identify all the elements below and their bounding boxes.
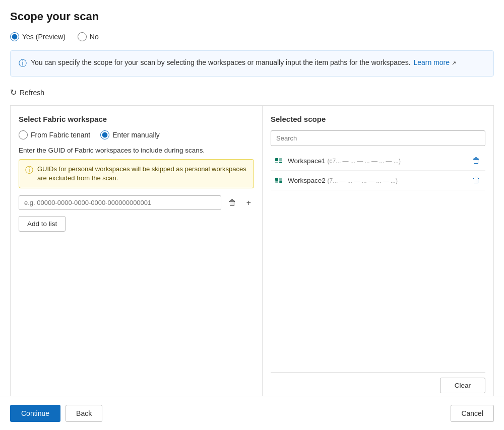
left-panel-title: Select Fabric workspace <box>19 115 254 123</box>
no-label: No <box>90 33 99 41</box>
right-panel: Selected scope Workspace1 (c7... <box>263 106 493 402</box>
plus-icon: + <box>246 198 251 207</box>
svg-rect-7 <box>279 181 282 183</box>
left-panel: Select Fabric workspace From Fabric tena… <box>11 106 263 402</box>
no-option[interactable]: No <box>78 32 99 41</box>
refresh-icon: ↻ <box>10 88 17 97</box>
scope-radio-group: Yes (Preview) No <box>10 32 494 41</box>
guid-input-row: 🗑 + <box>19 195 254 210</box>
search-input[interactable] <box>271 130 485 146</box>
external-link-icon: ↗ <box>452 60 456 66</box>
add-to-list-button[interactable]: Add to list <box>19 216 66 232</box>
yes-preview-option[interactable]: Yes (Preview) <box>10 32 66 41</box>
svg-rect-0 <box>275 158 278 161</box>
learn-more-link[interactable]: Learn more <box>413 58 450 66</box>
guid-input[interactable] <box>19 195 221 210</box>
workspace-icon-1 <box>274 156 284 166</box>
info-text: You can specify the scope for your scan … <box>31 58 456 68</box>
svg-rect-3 <box>279 162 282 163</box>
workspace-1-name: Workspace1 (c7... — ... — ... — ... — ..… <box>288 157 466 165</box>
enter-manually-radio[interactable] <box>100 130 109 139</box>
yes-radio[interactable] <box>10 32 19 41</box>
warning-icon: ⓘ <box>25 165 33 176</box>
refresh-label: Refresh <box>20 89 44 97</box>
footer-left: Continue Back <box>10 405 102 422</box>
workspace-2-name: Workspace2 (7... — ... — ... — ... — ...… <box>288 177 466 184</box>
clear-button[interactable]: Clear <box>440 378 485 393</box>
delete-workspace-1-button[interactable]: 🗑 <box>470 155 482 166</box>
clear-btn-row: Clear <box>271 372 485 393</box>
yes-label: Yes (Preview) <box>22 33 66 41</box>
guid-instruction: Enter the GUID of Fabric workspaces to i… <box>19 147 254 154</box>
info-icon: ⓘ <box>19 58 27 69</box>
svg-rect-6 <box>275 181 278 183</box>
svg-rect-1 <box>279 158 282 161</box>
warning-box: ⓘ GUIDs for personal workspaces will be … <box>19 159 254 188</box>
from-tenant-radio[interactable] <box>19 130 28 139</box>
add-guid-button[interactable]: + <box>243 196 254 209</box>
enter-manually-option[interactable]: Enter manually <box>100 130 159 139</box>
page-title: Scope your scan <box>10 10 494 23</box>
workspace-radio-group: From Fabric tenant Enter manually <box>19 130 254 139</box>
no-radio[interactable] <box>78 32 87 41</box>
workspace-list: Workspace1 (c7... — ... — ... — ... — ..… <box>271 151 485 372</box>
workspace-item: Workspace1 (c7... — ... — ... — ... — ..… <box>271 151 485 171</box>
workspace-item: Workspace2 (7... — ... — ... — ... — ...… <box>271 171 485 190</box>
info-box: ⓘ You can specify the scope for your sca… <box>10 50 494 77</box>
continue-button[interactable]: Continue <box>10 405 60 422</box>
from-tenant-option[interactable]: From Fabric tenant <box>19 130 90 139</box>
svg-rect-2 <box>275 162 278 163</box>
svg-rect-4 <box>275 178 278 181</box>
delete-workspace-2-button[interactable]: 🗑 <box>470 175 482 186</box>
workspace-icon-2 <box>274 175 284 185</box>
main-panel: Select Fabric workspace From Fabric tena… <box>10 106 494 403</box>
footer: Continue Back Cancel <box>0 396 504 430</box>
delete-guid-button[interactable]: 🗑 <box>225 196 239 209</box>
refresh-button[interactable]: ↻ Refresh <box>10 86 44 99</box>
right-panel-title: Selected scope <box>271 115 485 123</box>
back-button[interactable]: Back <box>66 405 102 422</box>
from-tenant-label: From Fabric tenant <box>31 131 90 139</box>
enter-manually-label: Enter manually <box>112 131 159 139</box>
cancel-button[interactable]: Cancel <box>451 405 494 422</box>
svg-rect-5 <box>279 178 282 181</box>
trash-icon: 🗑 <box>228 198 236 207</box>
warning-text: GUIDs for personal workspaces will be sk… <box>37 165 247 183</box>
